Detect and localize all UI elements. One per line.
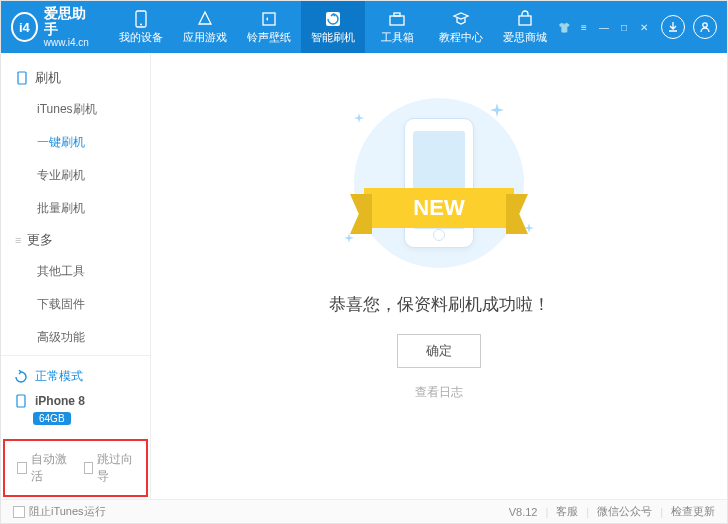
ringtone-icon	[260, 10, 278, 28]
window-controls: 👕 ≡ — □ ✕	[557, 20, 651, 34]
brand-title: 爱思助手	[44, 6, 93, 37]
version-label: V8.12	[509, 506, 538, 518]
svg-rect-8	[18, 72, 26, 84]
minimize-icon[interactable]: —	[597, 20, 611, 34]
support-link[interactable]: 客服	[556, 504, 578, 519]
sidebar-item-oneclick-flash[interactable]: 一键刷机	[1, 126, 150, 159]
download-button[interactable]	[661, 15, 685, 39]
main-nav: 我的设备 应用游戏 铃声壁纸 智能刷机 工具箱 教程中心	[109, 1, 557, 53]
svg-rect-5	[394, 13, 400, 16]
menu-icon[interactable]: ≡	[577, 20, 591, 34]
options-bar: 自动激活 跳过向导	[3, 439, 148, 497]
svg-rect-9	[17, 395, 25, 407]
svg-rect-2	[263, 13, 275, 25]
success-message: 恭喜您，保资料刷机成功啦！	[329, 293, 550, 316]
device-info[interactable]: iPhone 8 64GB	[13, 389, 138, 429]
wechat-link[interactable]: 微信公众号	[597, 504, 652, 519]
nav-tutorial[interactable]: 教程中心	[429, 1, 493, 53]
tutorial-icon	[452, 10, 470, 28]
nav-label: 铃声壁纸	[247, 30, 291, 45]
skin-icon[interactable]: 👕	[557, 20, 571, 34]
new-ribbon: NEW	[364, 188, 514, 228]
storage-chip: 64GB	[33, 412, 71, 425]
nav-flash[interactable]: 智能刷机	[301, 1, 365, 53]
mall-icon	[516, 10, 534, 28]
svg-point-1	[140, 23, 142, 25]
svg-rect-6	[519, 16, 531, 25]
phone-graphic	[404, 118, 474, 248]
user-button[interactable]	[693, 15, 717, 39]
sidebar-item-other-tools[interactable]: 其他工具	[1, 255, 150, 288]
list-icon: ≡	[15, 234, 21, 246]
sidebar-item-download-fw[interactable]: 下载固件	[1, 288, 150, 321]
nav-label: 工具箱	[381, 30, 414, 45]
sidebar-item-batch-flash[interactable]: 批量刷机	[1, 192, 150, 225]
svg-point-7	[703, 23, 707, 27]
nav-ringtone[interactable]: 铃声壁纸	[237, 1, 301, 53]
toolbox-icon	[388, 10, 406, 28]
confirm-button[interactable]: 确定	[397, 334, 481, 368]
sidebar-group-flash: 刷机	[1, 63, 150, 93]
close-icon[interactable]: ✕	[637, 20, 651, 34]
app-header: i4 爱思助手 www.i4.cn 我的设备 应用游戏 铃声壁纸 智能刷机	[1, 1, 727, 53]
app-logo: i4 爱思助手 www.i4.cn	[11, 6, 93, 48]
sidebar-group-more: ≡ 更多	[1, 225, 150, 255]
device-phone-icon	[13, 393, 29, 409]
flash-icon	[324, 10, 342, 28]
nav-label: 爱思商城	[503, 30, 547, 45]
nav-my-device[interactable]: 我的设备	[109, 1, 173, 53]
sidebar-item-itunes-flash[interactable]: iTunes刷机	[1, 93, 150, 126]
nav-toolbox[interactable]: 工具箱	[365, 1, 429, 53]
main-content: NEW 恭喜您，保资料刷机成功啦！ 确定 查看日志	[151, 53, 727, 499]
success-illustration: NEW	[324, 93, 554, 273]
phone-outline-icon	[15, 71, 29, 85]
checkbox-auto-activate[interactable]: 自动激活	[17, 451, 68, 485]
refresh-icon	[13, 369, 29, 385]
phone-icon	[132, 10, 150, 28]
nav-label: 我的设备	[119, 30, 163, 45]
nav-label: 智能刷机	[311, 30, 355, 45]
nav-label: 教程中心	[439, 30, 483, 45]
device-mode[interactable]: 正常模式	[13, 364, 138, 389]
brand-subtitle: www.i4.cn	[44, 37, 93, 48]
svg-rect-4	[390, 16, 404, 25]
logo-icon: i4	[11, 12, 38, 42]
maximize-icon[interactable]: □	[617, 20, 631, 34]
nav-apps[interactable]: 应用游戏	[173, 1, 237, 53]
sidebar-item-advanced[interactable]: 高级功能	[1, 321, 150, 354]
view-log-link[interactable]: 查看日志	[415, 384, 463, 401]
checkbox-block-itunes[interactable]: 阻止iTunes运行	[13, 504, 106, 519]
nav-mall[interactable]: 爱思商城	[493, 1, 557, 53]
sidebar: 刷机 iTunes刷机 一键刷机 专业刷机 批量刷机 ≡ 更多 其他工具 下载固…	[1, 53, 151, 499]
status-bar: 阻止iTunes运行 V8.12 | 客服 | 微信公众号 | 检查更新	[1, 499, 727, 523]
apps-icon	[196, 10, 214, 28]
update-link[interactable]: 检查更新	[671, 504, 715, 519]
checkbox-skip-guide[interactable]: 跳过向导	[84, 451, 135, 485]
sidebar-item-pro-flash[interactable]: 专业刷机	[1, 159, 150, 192]
nav-label: 应用游戏	[183, 30, 227, 45]
